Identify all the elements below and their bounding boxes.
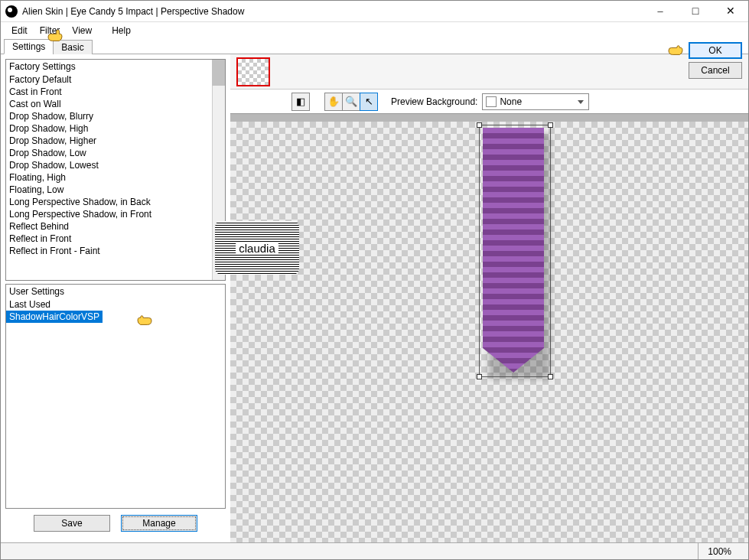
zoom-tool-icon[interactable]: 🔍: [342, 93, 360, 111]
list-item[interactable]: Cast in Front: [6, 86, 225, 98]
app-icon: [5, 5, 18, 18]
list-item[interactable]: Factory Default: [6, 73, 225, 86]
list-item[interactable]: Floating, Low: [6, 184, 225, 196]
list-item[interactable]: Drop Shadow, Lowest: [6, 159, 225, 171]
list-item[interactable]: Drop Shadow, Blurry: [6, 110, 225, 122]
status-bar: 100%: [1, 542, 748, 559]
list-item[interactable]: Drop Shadow, Low: [6, 147, 225, 159]
list-item[interactable]: Drop Shadow, Higher: [6, 135, 225, 147]
preview-bg-value: None: [500, 96, 522, 107]
pointer-icon: [136, 314, 153, 327]
list-item[interactable]: Reflect in Front - Faint: [6, 245, 225, 257]
ruler: [230, 114, 748, 122]
list-item[interactable]: Reflect Behind: [6, 220, 225, 233]
list-item[interactable]: Long Perspective Shadow, in Front: [6, 208, 225, 220]
menu-filter[interactable]: Filter: [34, 24, 67, 37]
watermark: claudia: [215, 221, 299, 275]
resize-handle[interactable]: [477, 374, 482, 379]
factory-settings-list[interactable]: Factory Settings Factory Default Cast in…: [5, 59, 226, 281]
save-button[interactable]: Save: [34, 515, 110, 532]
menu-bar: Edit Filter View Help: [1, 22, 748, 39]
list-item[interactable]: Drop Shadow, High: [6, 122, 225, 135]
preview-bg-label: Preview Background:: [391, 96, 477, 107]
window-title: Alien Skin | Eye Candy 5 Impact | Perspe…: [22, 6, 643, 17]
ok-button[interactable]: OK: [689, 42, 742, 59]
pointer-tool-icon[interactable]: ↖: [360, 93, 378, 111]
list-item[interactable]: Last Used: [6, 298, 225, 311]
title-bar: Alien Skin | Eye Candy 5 Impact | Perspe…: [1, 1, 748, 22]
factory-settings-header: Factory Settings: [6, 60, 225, 73]
list-item[interactable]: Floating, High: [6, 171, 225, 184]
thumbnail-strip: [230, 54, 748, 90]
right-panel: ◧ ✋ 🔍 ↖ Preview Background: None: [230, 54, 748, 542]
zoom-level: 100%: [698, 543, 741, 559]
tab-row: Settings Basic: [1, 39, 748, 54]
list-item[interactable]: Reflect in Front: [6, 233, 225, 245]
list-item[interactable]: Long Perspective Shadow, in Back: [6, 196, 225, 208]
left-panel: Factory Settings Factory Default Cast in…: [1, 54, 230, 542]
menu-help[interactable]: Help: [106, 24, 137, 37]
selection-rect[interactable]: [479, 125, 551, 377]
tab-basic[interactable]: Basic: [53, 40, 92, 54]
resize-handle[interactable]: [548, 374, 553, 379]
menu-edit[interactable]: Edit: [5, 24, 34, 37]
list-item-selected[interactable]: ShadowHairColorVSP: [6, 311, 103, 323]
hand-tool-icon[interactable]: ✋: [324, 93, 343, 111]
manage-button[interactable]: Manage: [121, 515, 197, 532]
tab-settings[interactable]: Settings: [4, 39, 54, 54]
user-settings-list[interactable]: User Settings Last Used ShadowHairColorV…: [5, 284, 226, 509]
preview-bg-combo[interactable]: None: [482, 93, 589, 110]
menu-view[interactable]: View: [66, 24, 98, 37]
minimize-button[interactable]: –: [643, 1, 678, 21]
tool-strip: ◧ ✋ 🔍 ↖ Preview Background: None: [230, 90, 748, 114]
preview-canvas[interactable]: [230, 122, 748, 542]
resize-handle[interactable]: [477, 122, 482, 128]
resize-handle[interactable]: [548, 122, 553, 128]
cancel-button[interactable]: Cancel: [689, 62, 742, 79]
swatch-icon: [486, 96, 497, 107]
marquee-tool-icon[interactable]: ◧: [291, 93, 310, 111]
preview-thumbnail[interactable]: [236, 57, 270, 86]
list-item[interactable]: Cast on Wall: [6, 98, 225, 110]
maximize-button[interactable]: □: [678, 1, 713, 21]
user-settings-header: User Settings: [6, 285, 225, 298]
close-button[interactable]: ✕: [713, 1, 748, 21]
